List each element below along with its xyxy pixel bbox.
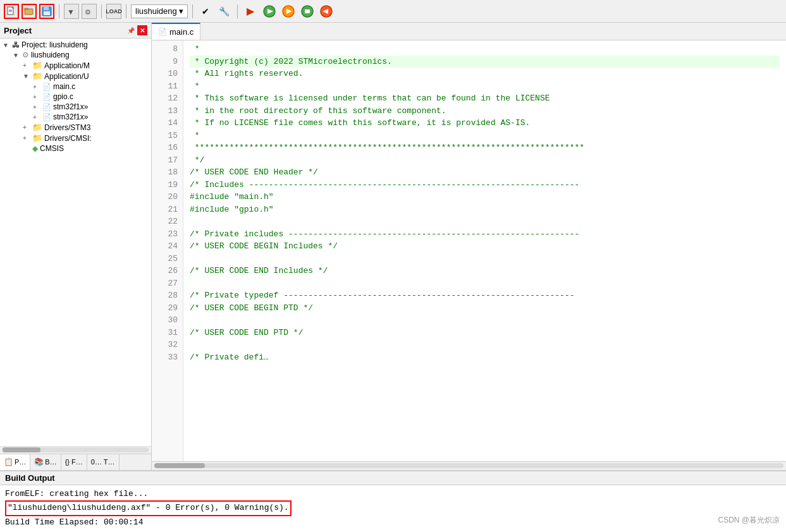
tree-item-liushuideng[interactable]: ▼ ⚙ liushuideng bbox=[0, 50, 151, 60]
build-highlight: "liushuideng\liushuideng.axf" - 0 Error(… bbox=[5, 500, 292, 516]
editor-tab-label: main.c bbox=[169, 27, 193, 37]
gear-icon: ⚙ bbox=[22, 51, 29, 59]
new-file-button[interactable] bbox=[4, 4, 19, 19]
code-line-28: /* Private typedef ---------------------… bbox=[190, 289, 780, 302]
tree-item-project-root[interactable]: ▼ 🖧 Project: liushuideng bbox=[0, 40, 151, 50]
build-output-content: FromELF: creating hex file... "liushuide… bbox=[0, 485, 786, 532]
svg-rect-15 bbox=[305, 9, 310, 13]
run-icon[interactable]: ▶ bbox=[242, 3, 259, 20]
folder-icon: 📁 bbox=[32, 71, 42, 81]
sidebar-tab-label: {} F… bbox=[65, 458, 83, 466]
build-output-header: Build Output bbox=[0, 471, 786, 485]
wrench-icon-btn[interactable]: 🔧 bbox=[216, 3, 233, 20]
debug3-icon[interactable] bbox=[299, 3, 316, 20]
file-tab-icon: 📄 bbox=[158, 28, 167, 36]
code-content[interactable]: * * Copyright (c) 2022 STMicroelectronic… bbox=[183, 40, 786, 461]
code-line-12: * This software is licensed under terms … bbox=[190, 92, 780, 105]
tree-label: Drivers/CMSI: bbox=[44, 134, 92, 143]
expand-icon: + bbox=[23, 124, 30, 131]
tree-item-stm32f1x1[interactable]: + 📄 stm32f1x» bbox=[0, 102, 151, 112]
open-button[interactable] bbox=[21, 4, 37, 19]
svg-rect-7 bbox=[44, 11, 50, 15]
tree-item-appU[interactable]: ▼ 📁 Application/U bbox=[0, 71, 151, 82]
tree-item-cmsis[interactable]: ◆ CMSIS bbox=[0, 143, 151, 154]
code-line-24: /* USER CODE BEGIN Includes */ bbox=[190, 240, 780, 253]
tree-label: main.c bbox=[53, 82, 75, 91]
tree-label: Drivers/STM3 bbox=[44, 123, 90, 132]
diamond-icon: ◆ bbox=[32, 144, 38, 153]
tree-label: Application/M bbox=[44, 61, 90, 70]
expand-icon: + bbox=[23, 62, 30, 69]
expand-icon: ▼ bbox=[23, 73, 30, 80]
sidebar-title: Project bbox=[4, 26, 32, 35]
load-toolbar-btn[interactable]: LOAD bbox=[106, 4, 121, 19]
code-line-25 bbox=[190, 253, 780, 265]
line-numbers: 8 9 10 11 12 13 14 15 16 17 18 19 20 21 … bbox=[152, 40, 183, 461]
tree-label: stm32f1x» bbox=[53, 112, 88, 121]
tree-item-appM[interactable]: + 📁 Application/M bbox=[0, 60, 151, 71]
sidebar-header: Project 📌 ✕ bbox=[0, 23, 151, 39]
code-line-9: * Copyright (c) 2022 STMicroelectronics. bbox=[190, 56, 780, 68]
expand-icon: + bbox=[33, 104, 40, 111]
sidebar-tab-project[interactable]: 📋 P… bbox=[0, 454, 30, 470]
tree-item-mainc[interactable]: + 📄 main.c bbox=[0, 82, 151, 92]
code-line-26: /* USER CODE END Includes */ bbox=[190, 265, 780, 277]
tree-item-gpioc[interactable]: + 📄 gpio.c bbox=[0, 92, 151, 102]
build-line-2: "liushuideng\liushuideng.axf" - 0 Error(… bbox=[5, 500, 781, 516]
separator-3 bbox=[126, 4, 126, 18]
debug1-icon[interactable] bbox=[261, 3, 278, 20]
build-toolbar-btn[interactable]: ▼ bbox=[64, 4, 79, 19]
tree-item-driversstm3[interactable]: + 📁 Drivers/STM3 bbox=[0, 122, 151, 133]
editor-area: 📄 main.c 8 9 10 11 12 13 14 15 16 17 18 … bbox=[152, 23, 786, 470]
code-line-17: */ bbox=[190, 154, 780, 167]
expand-icon: + bbox=[23, 135, 30, 142]
pin-icon[interactable]: 📌 bbox=[126, 25, 136, 35]
code-line-13: * in the root directory of this software… bbox=[190, 105, 780, 118]
code-line-19: /* Includes ----------------------------… bbox=[190, 179, 780, 191]
code-line-33: /* Private defi… bbox=[190, 351, 780, 364]
sidebar-tab-templates[interactable]: 0… T… bbox=[87, 454, 120, 470]
code-line-20: #include "main.h" bbox=[190, 191, 780, 203]
tree-label: stm32f1x» bbox=[53, 102, 88, 111]
check-icon-btn[interactable]: ✔ bbox=[197, 3, 214, 20]
project-selector[interactable]: liushuideng ▾ bbox=[131, 4, 188, 18]
hscroll-track bbox=[154, 463, 783, 468]
project-icon: 🖧 bbox=[12, 40, 20, 49]
separator-4 bbox=[192, 4, 193, 18]
hscroll-thumb[interactable] bbox=[154, 463, 205, 468]
close-sidebar-button[interactable]: ✕ bbox=[137, 25, 147, 35]
debug2-icon[interactable] bbox=[280, 3, 297, 20]
save-button[interactable] bbox=[39, 4, 54, 19]
tree-item-driverscmsis[interactable]: + 📁 Drivers/CMSI: bbox=[0, 133, 151, 143]
svg-rect-6 bbox=[44, 7, 49, 10]
tree-label: Project: liushuideng bbox=[21, 40, 88, 49]
sidebar-tab-functions[interactable]: {} F… bbox=[61, 454, 87, 470]
sidebar-hscroll[interactable] bbox=[0, 446, 151, 454]
sidebar-tab-label: B… bbox=[45, 458, 56, 466]
folder-icon: 📁 bbox=[32, 123, 42, 132]
project-tab-icon: 📋 bbox=[4, 457, 13, 466]
sidebar-tab-label: P… bbox=[15, 458, 26, 466]
tree-item-stm32f1x2[interactable]: + 📄 stm32f1x» bbox=[0, 112, 151, 122]
separator-5 bbox=[237, 4, 238, 18]
file-icon: 📄 bbox=[42, 103, 51, 111]
sidebar-tab-books[interactable]: 📚 B… bbox=[30, 454, 61, 470]
file-icon: 📄 bbox=[42, 93, 51, 101]
svg-rect-4 bbox=[25, 8, 28, 9]
code-line-10: * All rights reserved. bbox=[190, 68, 780, 80]
rebuild-toolbar-btn[interactable]: ⚙ bbox=[82, 4, 97, 19]
code-line-23: /* Private includes --------------------… bbox=[190, 228, 780, 241]
code-line-29: /* USER CODE BEGIN PTD */ bbox=[190, 302, 780, 315]
sidebar: Project 📌 ✕ ▼ 🖧 Project: liushuideng ▼ ⚙… bbox=[0, 23, 152, 470]
code-line-30 bbox=[190, 314, 780, 327]
code-line-27 bbox=[190, 277, 780, 290]
debug4-icon[interactable] bbox=[318, 3, 335, 20]
expand-icon: + bbox=[33, 114, 40, 121]
code-editor[interactable]: 8 9 10 11 12 13 14 15 16 17 18 19 20 21 … bbox=[152, 40, 786, 461]
project-tree: ▼ 🖧 Project: liushuideng ▼ ⚙ liushuideng… bbox=[0, 39, 151, 446]
code-line-21: #include "gpio.h" bbox=[190, 203, 780, 216]
code-line-32 bbox=[190, 339, 780, 351]
expand-icon: ▼ bbox=[3, 42, 10, 49]
editor-hscroll[interactable] bbox=[152, 461, 786, 470]
editor-tab-mainc[interactable]: 📄 main.c bbox=[152, 23, 200, 40]
